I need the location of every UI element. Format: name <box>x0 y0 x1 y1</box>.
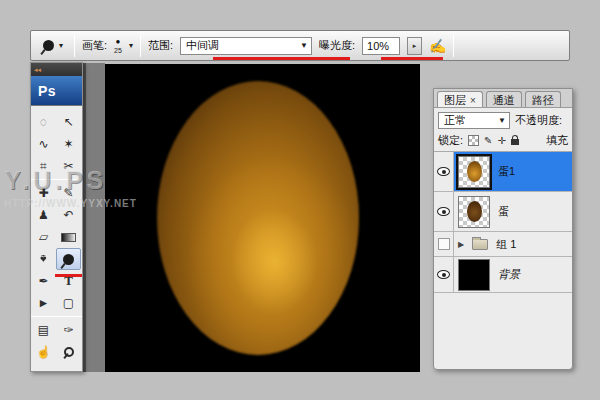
hand-tool[interactable]: ☝ <box>31 341 56 363</box>
eyedropper-icon: ✑ <box>63 323 73 337</box>
group-expand-icon[interactable]: ▶ <box>458 240 464 249</box>
magic-wand-tool[interactable]: ✶ <box>56 133 81 155</box>
dropdown-arrow-icon: ▼ <box>498 116 506 125</box>
dropdown-arrow-icon: ▼ <box>300 41 308 50</box>
layer-row-group1[interactable]: ▶ 组 1 <box>434 232 572 257</box>
exposure-label: 曝光度: <box>319 38 355 53</box>
opacity-label: 不透明度: <box>515 113 562 128</box>
separator <box>140 35 141 57</box>
popup-arrow-icon: ▸ <box>413 42 417 50</box>
tab-paths-label: 路径 <box>532 93 554 108</box>
lasso-tool[interactable]: ∿ <box>31 133 56 155</box>
zoom-tool[interactable] <box>56 341 81 363</box>
close-tab-icon[interactable]: × <box>470 95 476 106</box>
layer-row-background[interactable]: 背景 <box>434 257 572 293</box>
blend-mode-value: 正常 <box>444 113 466 128</box>
range-label: 范围: <box>148 38 173 53</box>
visibility-toggle-egg[interactable] <box>434 192 454 231</box>
layer-thumbnail-egg[interactable] <box>458 196 490 228</box>
blend-mode-row: 正常 ▼ 不透明度: <box>434 108 572 131</box>
lasso-icon: ∿ <box>38 137 48 151</box>
range-select[interactable]: 中间调 ▼ <box>180 37 312 55</box>
zoom-icon <box>64 347 74 357</box>
airbrush-toggle[interactable]: ✍ <box>429 38 446 54</box>
layer-list-empty-area <box>434 293 572 371</box>
separator <box>453 35 454 57</box>
pen-tool[interactable]: ✒ <box>31 270 56 292</box>
brush-tool[interactable]: ✎ <box>56 182 81 204</box>
gradient-icon <box>61 233 76 242</box>
ps-logo: Ps <box>31 76 82 106</box>
brush-preset-picker[interactable]: ● 25 <box>114 38 122 54</box>
tab-layers[interactable]: 图层 × <box>437 91 483 107</box>
eraser-tool[interactable]: ▱ <box>31 226 56 248</box>
magic-wand-icon: ✶ <box>63 137 73 151</box>
blur-drop-icon: ♠ <box>40 252 46 266</box>
tool-preset-arrow-icon: ▾ <box>59 41 63 50</box>
hand-icon: ☝ <box>36 345 51 359</box>
path-selection-icon: ► <box>38 296 50 310</box>
burn-tool-highlight-underline <box>55 274 82 277</box>
move-tool[interactable]: ↖ <box>56 111 81 133</box>
blend-mode-select[interactable]: 正常 ▼ <box>438 112 510 129</box>
lock-label: 锁定: <box>438 133 463 148</box>
layer-row-egg1[interactable]: 蛋1 <box>434 152 572 192</box>
elliptical-marquee-tool[interactable]: ◌ <box>31 111 56 133</box>
history-brush-icon: ↶ <box>63 208 73 222</box>
burn-tool[interactable] <box>56 248 81 270</box>
layer-name-background[interactable]: 背景 <box>498 267 520 282</box>
healing-brush-tool[interactable]: ✚ <box>31 182 56 204</box>
clone-stamp-icon: ♟ <box>38 208 49 222</box>
lock-transparency-icon[interactable] <box>468 135 479 146</box>
healing-brush-icon: ✚ <box>38 186 48 200</box>
brush-picker-arrow-icon[interactable]: ▾ <box>129 41 133 50</box>
visibility-toggle-egg1[interactable] <box>434 152 454 191</box>
blur-tool[interactable]: ♠ <box>31 248 56 270</box>
crop-icon: ⌗ <box>40 159 47 173</box>
egg-thumb-art <box>467 161 482 182</box>
eyedropper-tool[interactable]: ✑ <box>56 319 81 341</box>
layer-row-egg[interactable]: 蛋 <box>434 192 572 232</box>
tool-group-divider <box>31 316 82 317</box>
collapse-dock-icon[interactable]: ◂◂ <box>34 66 41 73</box>
brush-icon: ✎ <box>63 186 73 200</box>
eye-icon <box>437 270 450 279</box>
tab-layers-label: 图层 <box>444 93 466 108</box>
path-selection-tool[interactable]: ► <box>31 292 56 314</box>
tool-grid: ◌ ↖ ∿ ✶ ⌗ ✂ ✚ ✎ ♟ ↶ ▱ ♠ ✒ T ► ▢ ▤ ✑ ☝ <box>31 106 82 363</box>
layer-name-egg[interactable]: 蛋 <box>498 204 509 219</box>
exposure-highlight-underline <box>381 57 443 60</box>
burn-tool-preset-button[interactable]: ▾ <box>39 38 67 53</box>
history-brush-tool[interactable]: ↶ <box>56 204 81 226</box>
shape-tool[interactable]: ▢ <box>56 292 81 314</box>
empty-visibility-box <box>438 238 450 250</box>
layer-thumbnail-background[interactable] <box>458 259 490 291</box>
clone-stamp-tool[interactable]: ♟ <box>31 204 56 226</box>
tab-paths[interactable]: 路径 <box>525 91 561 107</box>
folder-icon <box>472 239 488 250</box>
slice-tool[interactable]: ✂ <box>56 155 81 177</box>
exposure-input[interactable]: 10% <box>362 37 400 55</box>
crop-tool[interactable]: ⌗ <box>31 155 56 177</box>
rounded-rectangle-icon: ▢ <box>63 296 74 310</box>
exposure-slider-button[interactable]: ▸ <box>407 37 422 55</box>
lock-pixels-icon[interactable]: ✎ <box>484 135 492 146</box>
tool-group-divider <box>31 179 82 180</box>
gradient-tool[interactable] <box>56 226 81 248</box>
burn-icon <box>63 254 74 265</box>
lock-position-icon[interactable]: ✛ <box>497 135 505 146</box>
visibility-toggle-background[interactable] <box>434 257 454 292</box>
layer-name-egg1[interactable]: 蛋1 <box>498 164 515 179</box>
document-canvas[interactable] <box>105 64 420 372</box>
eye-icon <box>437 167 450 176</box>
lock-all-icon[interactable] <box>511 139 519 145</box>
elliptical-marquee-icon: ◌ <box>40 115 47 129</box>
pen-icon: ✒ <box>38 274 48 288</box>
layer-thumbnail-egg1[interactable] <box>458 156 490 188</box>
notes-tool[interactable]: ▤ <box>31 319 56 341</box>
panel-tabs: 图层 × 通道 路径 <box>434 89 572 108</box>
tab-channels-label: 通道 <box>493 93 515 108</box>
visibility-toggle-group1[interactable] <box>434 232 454 256</box>
layer-name-group1[interactable]: 组 1 <box>496 237 516 252</box>
tab-channels[interactable]: 通道 <box>486 91 522 107</box>
